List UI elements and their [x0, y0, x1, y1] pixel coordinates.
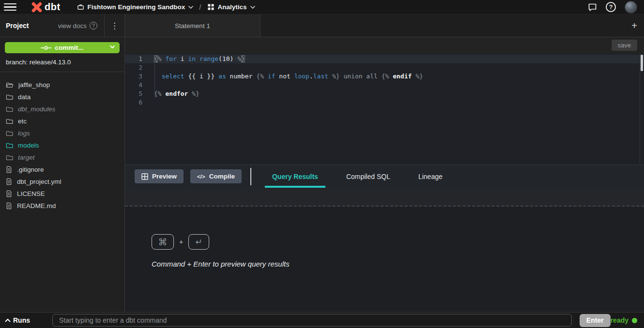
tree-item-data[interactable]: data [0, 91, 124, 103]
editor-scrollbar[interactable] [640, 53, 644, 164]
tree-item-etc[interactable]: etc [0, 115, 124, 127]
line-number: 5 [125, 89, 142, 98]
question-mark-icon: ? [606, 2, 616, 12]
compile-button[interactable]: </> Compile [190, 169, 242, 183]
tree-item-dbt_modules[interactable]: dbt_modules [0, 103, 124, 115]
tree-item-label: .gitignore [17, 166, 44, 173]
tree-item-label: README.md [17, 202, 56, 209]
dbt-command-input[interactable] [52, 314, 572, 327]
top-bar-left: dbt Fishtown Engineering Sandbox / [4, 1, 255, 13]
grid-icon [207, 3, 215, 11]
tab-label: Statement 1 [175, 22, 210, 30]
file-icon [6, 202, 12, 209]
enter-button[interactable]: Enter [580, 314, 611, 327]
environment-selector[interactable]: Analytics [207, 3, 255, 11]
line-number: 6 [125, 98, 142, 107]
folder-open-icon [6, 82, 14, 88]
new-tab-button[interactable]: + [625, 15, 644, 37]
line-number: 1 [125, 55, 142, 63]
code-text [142, 81, 154, 89]
tree-item-logs[interactable]: logs [0, 127, 124, 139]
user-menu-button[interactable] [625, 1, 637, 14]
avatar [625, 1, 637, 14]
tree-item-label: models [18, 142, 39, 149]
file-icon [6, 190, 12, 197]
tab-label: Lineage [418, 173, 443, 180]
code-line-2[interactable]: 2 [125, 63, 644, 72]
code-line-1[interactable]: 1{% for i in range(10) %} [125, 55, 644, 63]
save-button[interactable]: save [612, 40, 637, 51]
code-text [142, 98, 154, 107]
tree-item-label: LICENSE [17, 190, 45, 197]
code-line-6[interactable]: 6 [125, 98, 644, 107]
results-tabs: Query Results Compiled SQL Lineage [258, 165, 457, 188]
view-docs-label: view docs [58, 22, 87, 30]
sidebar-kebab-menu-icon[interactable]: ⋮ [104, 15, 124, 37]
view-docs-button[interactable]: view docs ? [58, 15, 104, 37]
code-text [142, 63, 154, 72]
breadcrumb-separator: / [199, 3, 201, 11]
command-bar: Runs Enter ready [0, 312, 644, 328]
help-circle-icon: ? [90, 22, 97, 30]
preview-button[interactable]: Preview [135, 169, 184, 183]
code-lines: 1{% for i in range(10) %}23 select {{ i … [125, 55, 644, 107]
environment-name: Analytics [218, 3, 247, 11]
tree-item-jaffle_shop[interactable]: jaffle_shop [0, 79, 124, 91]
tree-item-target[interactable]: target [0, 151, 124, 164]
preview-label: Preview [152, 173, 177, 180]
runs-toggle[interactable]: Runs [5, 316, 52, 324]
account-selector[interactable]: Fishtown Engineering Sandbox [77, 3, 194, 11]
tree-item-label: target [18, 154, 35, 161]
code-editor[interactable]: 1{% for i in range(10) %}23 select {{ i … [125, 53, 644, 164]
code-icon: </> [197, 174, 205, 179]
account-name: Fishtown Engineering Sandbox [88, 3, 185, 11]
sidebar: Project view docs ? ⋮ commit... [0, 15, 125, 312]
editor-column: Statement 1 + save 1{% for i in range(10… [125, 15, 644, 312]
help-button[interactable]: ? [606, 2, 616, 12]
top-bar: dbt Fishtown Engineering Sandbox / [0, 0, 644, 15]
commit-button[interactable]: commit... [5, 42, 120, 53]
file-icon [6, 178, 12, 185]
tree-item-models[interactable]: models [0, 139, 124, 151]
tab-lineage[interactable]: Lineage [404, 165, 457, 188]
shortcut-keys: ⌘ + ↵ [152, 234, 644, 250]
chat-bubble-icon [588, 3, 597, 12]
file-tree: jaffle_shopdatadbt_modulesetclogsmodelst… [0, 72, 124, 312]
tab-label: Query Results [272, 173, 318, 180]
tab-compiled-sql[interactable]: Compiled SQL [332, 165, 404, 188]
code-text: {% for i in range(10) %} [142, 55, 245, 63]
indent-guide [154, 64, 155, 99]
folder-icon [6, 142, 13, 149]
results-toolbar: Preview </> Compile Query Results Compil… [125, 164, 644, 188]
tree-item-label: data [18, 93, 31, 101]
code-line-3[interactable]: 3 select {{ i }} as number {% if not loo… [125, 72, 644, 81]
editor-toolbar: save [125, 37, 644, 53]
tree-item-.gitignore[interactable]: .gitignore [0, 164, 124, 176]
shortcut-hint-text: Command + Enter to preview query results [152, 260, 644, 268]
main-area: Project view docs ? ⋮ commit... [0, 15, 644, 312]
sidebar-title: Project [0, 15, 29, 37]
hamburger-menu-icon[interactable] [4, 2, 16, 12]
chevron-down-icon [250, 6, 255, 9]
chat-button[interactable] [588, 3, 597, 12]
results-subheader [125, 188, 644, 207]
tab-query-results[interactable]: Query Results [258, 165, 332, 188]
dbt-logo: dbt [31, 1, 61, 13]
status-indicator: ready [611, 316, 637, 324]
tab-statement-1[interactable]: Statement 1 [125, 15, 261, 37]
dbt-logo-icon [31, 1, 43, 13]
enter-key-icon: ↵ [188, 234, 209, 250]
briefcase-icon [77, 3, 84, 11]
git-section: commit... branch: release/4.13.0 [0, 37, 124, 72]
tree-item-LICENSE[interactable]: LICENSE [0, 188, 124, 200]
tree-item-dbt_project.yml[interactable]: dbt_project.yml [0, 176, 124, 188]
tree-item-README.md[interactable]: README.md [0, 200, 124, 212]
commit-label: commit... [55, 44, 83, 51]
scrollbar-thumb[interactable] [641, 55, 643, 71]
code-line-4[interactable]: 4 [125, 81, 644, 89]
file-icon [6, 166, 12, 173]
line-number: 4 [125, 81, 142, 89]
status-label: ready [611, 316, 629, 324]
code-line-5[interactable]: 5{% endfor %} [125, 89, 644, 98]
chevron-down-icon [110, 45, 115, 48]
